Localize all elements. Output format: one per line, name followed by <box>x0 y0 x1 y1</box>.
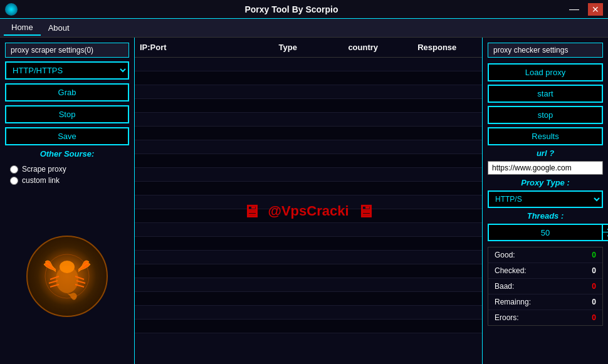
radio-scrape-proxy[interactable]: Scrape proxy <box>10 165 124 174</box>
stat-bad: Baad: 0 <box>488 279 602 294</box>
table-row <box>135 154 482 168</box>
threads-input[interactable] <box>488 224 602 241</box>
threads-down-button[interactable]: ▼ <box>603 232 608 240</box>
main-layout: proxy scraper settings(0) HTTP/HTTPS SOC… <box>0 38 608 364</box>
stat-remaining-value: 0 <box>592 298 596 306</box>
stat-checked-label: Checked: <box>495 266 527 275</box>
app-title: Porxy Tool By Scorpio <box>18 4 565 14</box>
table-row <box>135 237 482 251</box>
table-row <box>135 58 482 71</box>
checker-stop-button[interactable]: stop <box>488 106 603 124</box>
left-panel-title: proxy scraper settings(0) <box>5 43 129 58</box>
threads-label: Threads : <box>488 211 603 221</box>
save-button[interactable]: Save <box>5 127 129 145</box>
table-row <box>135 195 482 209</box>
table-row <box>135 292 482 306</box>
radio-group: Scrape proxy custom link <box>5 162 129 187</box>
svg-point-1 <box>60 261 75 273</box>
stat-errors: Eroors: 0 <box>488 310 602 325</box>
threads-up-button[interactable]: ▲ <box>603 225 608 232</box>
results-button[interactable]: Results <box>488 127 603 145</box>
proxy-type-label: Proxy Type : <box>488 178 603 187</box>
table-header: IP:Port Type country Response <box>135 38 482 58</box>
app-icon <box>5 3 18 16</box>
table-row <box>135 306 482 320</box>
table-row <box>135 85 482 99</box>
col-response: Response <box>412 40 482 55</box>
stat-bad-label: Baad: <box>495 282 514 291</box>
table-row <box>135 320 482 333</box>
table-row <box>135 278 482 292</box>
stat-remaining-label: Remainng: <box>495 298 531 306</box>
stop-button[interactable]: Stop <box>5 105 129 123</box>
table-body[interactable]: 🖥 @VpsCracki 🖥 <box>135 58 482 364</box>
scorpion-svg <box>39 248 95 304</box>
stat-good-value: 0 <box>592 251 596 259</box>
table-row <box>135 182 482 195</box>
radio-custom-label: custom link <box>22 176 60 185</box>
stat-checked: Checked: 0 <box>488 263 602 279</box>
col-ip-port: IP:Port <box>135 40 274 55</box>
scorpion-logo <box>26 236 108 317</box>
close-button[interactable]: ✕ <box>588 3 603 16</box>
table-row <box>135 223 482 237</box>
minimize-button[interactable]: — <box>565 3 583 16</box>
menu-item-about[interactable]: About <box>41 21 77 35</box>
stats-area: Good: 0 Checked: 0 Baad: 0 Remainng: 0 E… <box>488 247 603 326</box>
table-row <box>135 209 482 223</box>
center-panel: IP:Port Type country Response <box>135 38 483 364</box>
table-row <box>135 140 482 154</box>
radio-scrape-label: Scrape proxy <box>22 165 66 174</box>
url-input[interactable] <box>488 161 603 175</box>
right-panel: proxy checker settings Load proxy start … <box>483 38 608 364</box>
logo-area <box>5 194 129 359</box>
left-panel: proxy scraper settings(0) HTTP/HTTPS SOC… <box>0 38 135 364</box>
proxy-type-select[interactable]: HTTP/S SOCKS4 SOCKS5 <box>488 190 603 208</box>
stat-remaining: Remainng: 0 <box>488 294 602 310</box>
scorpion-inner <box>33 242 102 311</box>
table-row <box>135 99 482 113</box>
threads-spinner: ▲ ▼ <box>602 224 608 241</box>
table-row <box>135 264 482 278</box>
table-row <box>135 113 482 127</box>
stat-errors-label: Eroors: <box>495 313 519 322</box>
col-type: Type <box>274 40 343 55</box>
table-row <box>135 127 482 140</box>
table-row <box>135 251 482 264</box>
checker-start-button[interactable]: start <box>488 85 603 103</box>
radio-custom-link[interactable]: custom link <box>10 176 124 185</box>
table-row <box>135 71 482 85</box>
right-panel-title: proxy checker settings <box>488 43 603 58</box>
url-label: url ? <box>488 148 603 158</box>
stat-errors-value: 0 <box>592 313 596 322</box>
col-country: country <box>343 40 412 55</box>
menu-item-home[interactable]: Home <box>4 20 41 36</box>
other-source-label: Other Sourse: <box>5 149 129 159</box>
title-bar: Porxy Tool By Scorpio — ✕ <box>0 0 608 19</box>
table-row <box>135 168 482 182</box>
stat-good: Good: 0 <box>488 247 602 263</box>
grab-button[interactable]: Grab <box>5 83 129 101</box>
window-controls: — ✕ <box>565 3 603 16</box>
stat-good-label: Good: <box>495 251 515 259</box>
stat-bad-value: 0 <box>592 282 596 291</box>
protocol-select[interactable]: HTTP/HTTPS SOCKS4 SOCKS5 <box>5 61 129 80</box>
stat-checked-value: 0 <box>592 266 596 275</box>
threads-input-row: ▲ ▼ <box>488 224 603 241</box>
load-proxy-button[interactable]: Load proxy <box>488 63 603 81</box>
menu-bar: Home About <box>0 19 608 38</box>
